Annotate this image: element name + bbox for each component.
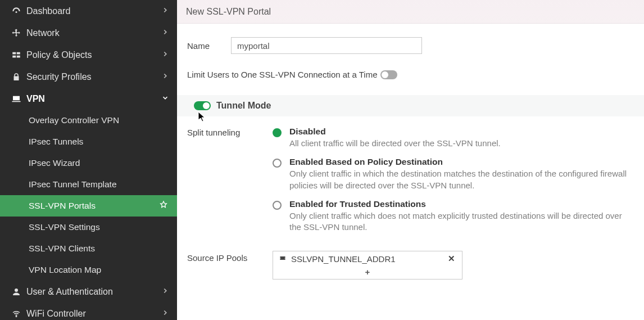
- sidebar-subitem-label: SSL-VPN Clients: [29, 244, 170, 254]
- sidebar-subitem-label: IPsec Tunnel Template: [29, 179, 170, 190]
- sidebar-item-label: User & Authentication: [26, 287, 161, 297]
- sidebar-subitem-label: VPN Location Map: [29, 265, 170, 275]
- svg-point-6: [16, 316, 17, 317]
- split-option-enabled-based-on-policy-destination[interactable]: Enabled Based on Policy DestinationOnly …: [273, 157, 634, 191]
- chevron-right-icon: [161, 72, 169, 82]
- sidebar-subitem-ipsec-tunnels[interactable]: IPsec Tunnels: [0, 131, 177, 152]
- sidebar-subitem-label: SSL-VPN Portals: [29, 201, 159, 211]
- source-ip-pools-row: Source IP Pools SSLVPN_TUNNEL_ADDR1✕ +: [187, 251, 634, 280]
- svg-rect-4: [17, 55, 20, 57]
- split-tunneling-label: Split tunneling: [187, 127, 273, 241]
- sidebar-item-label: Security Profiles: [26, 72, 161, 82]
- form-content: Name Limit Users to One SSL-VPN Connecti…: [177, 24, 644, 320]
- sidebar-item-dashboard[interactable]: Dashboard: [0, 0, 177, 22]
- svg-point-0: [16, 11, 17, 13]
- pool-entry-name: SSLVPN_TUNNEL_ADDR1: [291, 254, 446, 264]
- star-icon[interactable]: [159, 200, 168, 211]
- sidebar-subitem-ssl-vpn-settings[interactable]: SSL-VPN Settings: [0, 217, 177, 238]
- sidebar-item-label: WiFi Controller: [26, 309, 161, 319]
- user-icon: [10, 287, 23, 297]
- chevron-down-icon: [161, 94, 169, 104]
- limit-users-label: Limit Users to One SSL-VPN Connection at…: [187, 70, 377, 79]
- tunnel-mode-toggle[interactable]: [194, 101, 211, 110]
- svg-rect-2: [17, 52, 20, 54]
- sidebar-item-security-profiles[interactable]: Security Profiles: [0, 66, 177, 88]
- chevron-right-icon: [161, 287, 169, 297]
- option-description: Only client traffic in which the destina…: [289, 168, 634, 191]
- svg-rect-7: [280, 256, 285, 260]
- split-tunneling-block: Split tunneling DisabledAll client traff…: [187, 127, 634, 241]
- sidebar-subitem-label: SSL-VPN Settings: [29, 222, 170, 232]
- sidebar-subitem-label: Overlay Controller VPN: [29, 115, 170, 125]
- tunnel-mode-label: Tunnel Mode: [216, 101, 271, 111]
- sidebar-subitem-label: IPsec Tunnels: [29, 137, 170, 147]
- sidebar-subitem-vpn-location-map[interactable]: VPN Location Map: [0, 259, 177, 281]
- sidebar-item-vpn[interactable]: VPN: [0, 88, 177, 110]
- dashboard-icon: [10, 6, 23, 16]
- limit-users-row: Limit Users to One SSL-VPN Connection at…: [187, 70, 634, 79]
- sidebar: DashboardNetworkPolicy & ObjectsSecurity…: [0, 0, 177, 320]
- sidebar-subitem-overlay-controller-vpn[interactable]: Overlay Controller VPN: [0, 110, 177, 131]
- move-icon: [10, 28, 23, 38]
- split-option-disabled[interactable]: DisabledAll client traffic will be direc…: [273, 127, 634, 149]
- sidebar-subitem-ssl-vpn-clients[interactable]: SSL-VPN Clients: [0, 238, 177, 259]
- name-row: Name: [187, 37, 634, 54]
- sidebar-subitem-ssl-vpn-portals[interactable]: SSL-VPN Portals: [0, 195, 177, 217]
- name-label: Name: [187, 41, 231, 51]
- add-pool-button[interactable]: +: [273, 266, 462, 279]
- chevron-right-icon: [161, 28, 169, 38]
- sidebar-item-policy-objects[interactable]: Policy & Objects: [0, 44, 177, 66]
- limit-users-toggle[interactable]: [380, 70, 397, 79]
- sidebar-subitem-label: IPsec Wizard: [29, 158, 170, 168]
- option-description: All client traffic will be directed over…: [289, 138, 501, 149]
- source-ip-pools-box[interactable]: SSLVPN_TUNNEL_ADDR1✕ +: [273, 251, 462, 280]
- laptop-icon: [10, 94, 23, 104]
- grid-icon: [10, 50, 23, 60]
- sidebar-item-wifi-controller[interactable]: WiFi Controller: [0, 303, 177, 320]
- sidebar-subitem-ipsec-wizard[interactable]: IPsec Wizard: [0, 152, 177, 174]
- radio-button[interactable]: [273, 201, 282, 210]
- chevron-right-icon: [161, 50, 169, 60]
- sidebar-item-network[interactable]: Network: [0, 22, 177, 44]
- svg-rect-3: [12, 55, 16, 57]
- wifi-icon: [10, 309, 23, 319]
- chevron-right-icon: [161, 6, 169, 16]
- page-title-bar: New SSL-VPN Portal: [177, 0, 644, 24]
- option-description: Only client traffic which does not match…: [289, 210, 634, 233]
- sidebar-item-label: Policy & Objects: [26, 50, 161, 60]
- page-title: New SSL-VPN Portal: [186, 7, 271, 17]
- split-tunneling-options: DisabledAll client traffic will be direc…: [273, 127, 634, 241]
- tunnel-mode-section: Tunnel Mode: [177, 95, 644, 116]
- remove-pool-entry-button[interactable]: ✕: [446, 254, 457, 264]
- sidebar-item-label: Dashboard: [26, 6, 161, 16]
- radio-button[interactable]: [273, 128, 282, 137]
- option-title: Disabled: [289, 127, 501, 137]
- name-input[interactable]: [231, 37, 422, 54]
- main-panel: New SSL-VPN Portal Name Limit Users to O…: [177, 0, 644, 320]
- svg-rect-1: [12, 52, 16, 54]
- split-option-enabled-for-trusted-destinations[interactable]: Enabled for Trusted DestinationsOnly cli…: [273, 199, 634, 233]
- option-title: Enabled for Trusted Destinations: [289, 199, 634, 209]
- svg-point-5: [15, 289, 18, 292]
- sidebar-item-label: VPN: [26, 94, 161, 104]
- sidebar-subitem-ipsec-tunnel-template[interactable]: IPsec Tunnel Template: [0, 174, 177, 195]
- option-title: Enabled Based on Policy Destination: [289, 157, 634, 167]
- sidebar-item-user-authentication[interactable]: User & Authentication: [0, 281, 177, 303]
- address-object-icon: [278, 254, 288, 264]
- pool-entry[interactable]: SSLVPN_TUNNEL_ADDR1✕: [273, 251, 462, 266]
- chevron-right-icon: [161, 309, 169, 319]
- lock-icon: [10, 72, 23, 82]
- source-ip-pools-label: Source IP Pools: [187, 251, 273, 280]
- sidebar-item-label: Network: [26, 28, 161, 38]
- radio-button[interactable]: [273, 159, 282, 168]
